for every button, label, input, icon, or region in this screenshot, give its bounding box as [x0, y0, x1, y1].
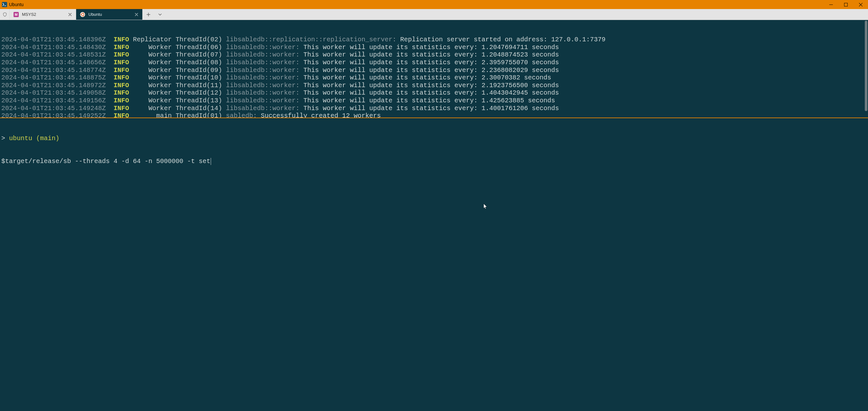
log-module: libsabledb::worker:: [226, 97, 300, 104]
log-line: 2024-04-01T21:03:45.148656Z INFO Worker …: [1, 59, 867, 66]
log-level: INFO: [114, 59, 129, 66]
log-timestamp: 2024-04-01T21:03:45.148531Z: [1, 51, 106, 58]
log-source: Worker ThreadId(07): [133, 51, 222, 58]
log-level: INFO: [114, 82, 129, 89]
minimize-button[interactable]: [824, 0, 838, 9]
log-level: INFO: [114, 36, 129, 43]
prompt-dollar: $: [1, 157, 5, 165]
log-message: This worker will update its statistics e…: [303, 43, 559, 51]
log-message: This worker will update its statistics e…: [303, 97, 555, 104]
log-message: This worker will update its statistics e…: [303, 51, 559, 58]
log-timestamp: 2024-04-01T21:03:45.148430Z: [1, 43, 106, 51]
prompt-symbol: >: [1, 135, 5, 142]
terminal-workarea: 2024-04-01T21:03:45.148396Z INFO Replica…: [0, 20, 868, 411]
svg-point-8: [83, 15, 84, 16]
log-timestamp: 2024-04-01T21:03:45.148972Z: [1, 82, 106, 89]
log-module: libsabledb::worker:: [226, 105, 300, 112]
close-icon[interactable]: [67, 12, 72, 17]
log-source: Worker ThreadId(10): [133, 74, 222, 81]
log-line: 2024-04-01T21:03:45.148396Z INFO Replica…: [1, 36, 867, 43]
titlebar-left: Ubuntu: [0, 0, 24, 9]
log-level: INFO: [114, 105, 129, 112]
log-message: This worker will update its statistics e…: [303, 74, 551, 81]
log-message: This worker will update its statistics e…: [303, 59, 559, 66]
svg-rect-3: [844, 3, 847, 6]
log-line: 2024-04-01T21:03:45.148774Z INFO Worker …: [1, 66, 867, 74]
tab-dropdown-button[interactable]: [154, 9, 166, 20]
prompt-line-1: > ubuntu (main): [1, 135, 867, 142]
log-level: INFO: [114, 74, 129, 81]
log-source: Replicator ThreadId(02): [133, 36, 222, 43]
close-button[interactable]: [853, 0, 868, 9]
log-timestamp: 2024-04-01T21:03:45.149058Z: [1, 89, 106, 96]
log-timestamp: 2024-04-01T21:03:45.149252Z: [1, 112, 106, 118]
svg-rect-2: [829, 4, 833, 5]
log-source: Worker ThreadId(08): [133, 59, 222, 66]
close-icon[interactable]: [134, 12, 139, 17]
log-module: libsabledb::worker:: [226, 66, 300, 74]
log-line: 2024-04-01T21:03:45.148875Z INFO Worker …: [1, 74, 867, 82]
tab-ubuntu[interactable]: Ubuntu: [76, 9, 143, 20]
log-module: libsabledb::worker:: [226, 59, 300, 66]
log-level: INFO: [114, 66, 129, 74]
log-level: INFO: [114, 51, 129, 58]
log-module: libsabledb::worker:: [226, 82, 300, 89]
text-cursor: [211, 158, 211, 165]
log-timestamp: 2024-04-01T21:03:45.149248Z: [1, 105, 106, 112]
log-timestamp: 2024-04-01T21:03:45.149156Z: [1, 97, 106, 104]
prompt-host: ubuntu (main): [5, 135, 59, 142]
new-tab-button[interactable]: [143, 9, 154, 20]
svg-rect-1: [4, 5, 6, 6]
shield-icon[interactable]: [0, 9, 10, 20]
tab-label: MSYS2: [22, 12, 64, 17]
log-timestamp: 2024-04-01T21:03:45.148774Z: [1, 66, 106, 74]
log-source: main ThreadId(01): [133, 112, 222, 118]
ubuntu-icon: [80, 12, 85, 17]
log-output: 2024-04-01T21:03:45.148396Z INFO Replica…: [1, 36, 867, 118]
log-source: Worker ThreadId(06): [133, 43, 222, 51]
log-module: libsabledb::worker:: [226, 43, 300, 51]
log-source: Worker ThreadId(12): [133, 89, 222, 96]
terminal-pane-top[interactable]: 2024-04-01T21:03:45.148396Z INFO Replica…: [0, 20, 868, 118]
command-input-text[interactable]: target/release/sb --threads 4 -d 64 -n 5…: [5, 157, 210, 165]
msys2-icon: M: [13, 12, 19, 17]
svg-point-6: [81, 14, 82, 15]
log-source: Worker ThreadId(09): [133, 66, 222, 74]
window-controls: [824, 0, 868, 9]
log-message: This worker will update its statistics e…: [303, 82, 559, 89]
svg-point-7: [83, 12, 84, 13]
log-timestamp: 2024-04-01T21:03:45.148656Z: [1, 59, 106, 66]
window-titlebar: Ubuntu: [0, 0, 868, 9]
log-line: 2024-04-01T21:03:45.149156Z INFO Worker …: [1, 97, 867, 105]
tab-strip: M MSYS2 Ubuntu: [0, 9, 868, 20]
log-line: 2024-04-01T21:03:45.148531Z INFO Worker …: [1, 51, 867, 59]
log-line: 2024-04-01T21:03:45.149252Z INFO main Th…: [1, 112, 867, 118]
tab-msys2[interactable]: M MSYS2: [10, 9, 76, 20]
app-icon: [2, 2, 7, 7]
log-timestamp: 2024-04-01T21:03:45.148875Z: [1, 74, 106, 81]
log-message: Successfully created 12 workers: [261, 112, 381, 118]
log-line: 2024-04-01T21:03:45.148972Z INFO Worker …: [1, 82, 867, 89]
log-message: This worker will update its statistics e…: [303, 89, 559, 96]
log-message: Replication server started on address: 1…: [400, 36, 605, 43]
svg-rect-0: [2, 2, 7, 7]
log-module: libsabledb::worker:: [226, 89, 300, 96]
log-level: INFO: [114, 43, 129, 51]
log-module: sabledb:: [226, 112, 257, 118]
log-message: This worker will update its statistics e…: [303, 66, 559, 74]
terminal-pane-bottom[interactable]: > ubuntu (main) $target/release/sb --thr…: [0, 118, 868, 411]
window-title: Ubuntu: [9, 2, 24, 7]
log-line: 2024-04-01T21:03:45.149058Z INFO Worker …: [1, 89, 867, 97]
log-source: Worker ThreadId(13): [133, 97, 222, 104]
log-line: 2024-04-01T21:03:45.149248Z INFO Worker …: [1, 105, 867, 112]
mouse-pointer-icon: [460, 196, 464, 202]
maximize-button[interactable]: [838, 0, 853, 9]
log-module: libsabledb::worker:: [226, 74, 300, 81]
log-module: libsabledb::worker:: [226, 51, 300, 58]
scrollbar-thumb[interactable]: [865, 21, 867, 111]
log-line: 2024-04-01T21:03:45.148430Z INFO Worker …: [1, 43, 867, 51]
log-level: INFO: [114, 112, 129, 118]
log-level: INFO: [114, 89, 129, 96]
log-timestamp: 2024-04-01T21:03:45.148396Z: [1, 36, 106, 43]
log-source: Worker ThreadId(14): [133, 105, 222, 112]
